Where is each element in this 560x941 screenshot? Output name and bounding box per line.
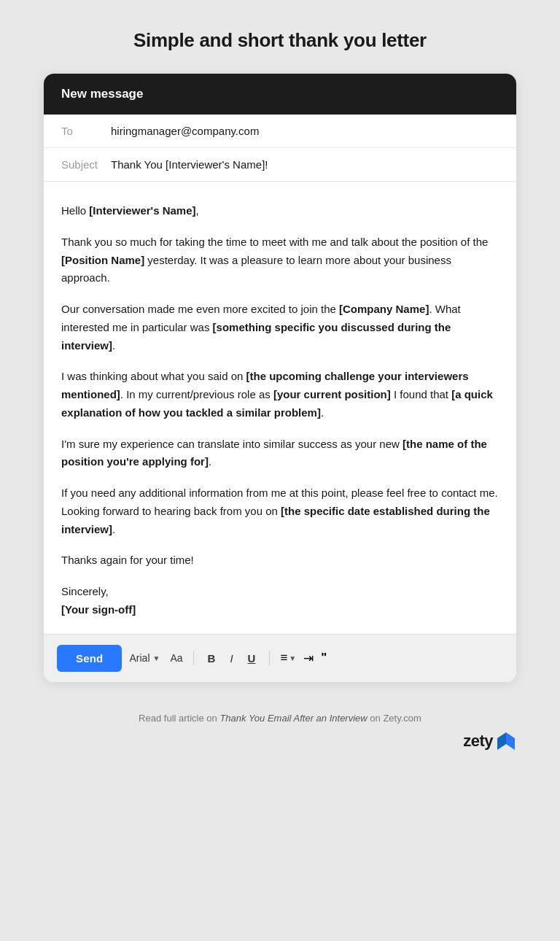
footer: Read full article on Thank You Email Aft… xyxy=(44,695,516,751)
to-field-row: To hiringmanager@company.com xyxy=(44,115,516,148)
send-button[interactable]: Send xyxy=(57,645,122,672)
font-size-selector[interactable]: Aa xyxy=(170,652,182,664)
brand-icon xyxy=(496,731,516,751)
align-dropdown-arrow: ▼ xyxy=(289,654,296,662)
email-body: Hello [Interviewer's Name], Thank you so… xyxy=(44,182,516,634)
paragraph-4: I'm sure my experience can translate int… xyxy=(61,435,499,472)
signoff-text: [Your sign-off] xyxy=(61,603,136,616)
para2-bold1: [Company Name] xyxy=(339,303,429,315)
footer-brand: zety xyxy=(44,731,516,751)
underline-button[interactable]: U xyxy=(244,650,260,667)
font-label: Arial xyxy=(129,652,149,664)
subject-value: Thank You [Interviewer's Name]! xyxy=(111,158,268,171)
subject-label: Subject xyxy=(61,158,111,171)
footer-link: Thank You Email After an Interview xyxy=(219,713,367,724)
para1-before: Thank you so much for taking the time to… xyxy=(61,236,488,248)
greeting-name: [Interviewer's Name] xyxy=(89,204,195,217)
font-selector[interactable]: Arial ▼ xyxy=(129,652,160,664)
para2-before: Our conversation made me even more excit… xyxy=(61,303,339,315)
bold-button[interactable]: B xyxy=(204,650,219,667)
para3-before: I was thinking about what you said on xyxy=(61,370,246,382)
page-title: Simple and short thank you letter xyxy=(133,29,427,52)
para3-end: . xyxy=(321,406,324,419)
email-header: New message xyxy=(44,74,516,115)
to-label: To xyxy=(61,125,111,137)
footer-after: on Zety.com xyxy=(368,713,421,724)
greeting-comma: , xyxy=(196,204,199,217)
align-left-group[interactable]: ≡ ▼ xyxy=(280,651,296,665)
email-card: New message To hiringmanager@company.com… xyxy=(44,74,516,682)
paragraph-1: Thank you so much for taking the time to… xyxy=(61,233,499,287)
toolbar-separator-2 xyxy=(269,651,270,665)
svg-marker-1 xyxy=(497,732,506,750)
align-icon: ≡ xyxy=(280,651,287,665)
greeting-paragraph: Hello [Interviewer's Name], xyxy=(61,202,499,220)
para1-bold1: [Position Name] xyxy=(61,254,144,266)
italic-button[interactable]: I xyxy=(226,650,236,667)
para2-end: . xyxy=(112,339,115,352)
para3-bold2: [your current position] xyxy=(273,388,391,400)
footer-text: Read full article on Thank You Email Aft… xyxy=(44,713,516,724)
sincerely-text: Sincerely, xyxy=(61,585,109,597)
para4-end: . xyxy=(209,455,211,468)
para4-before: I'm sure my experience can translate int… xyxy=(61,438,402,450)
closing-paragraph: Sincerely, [Your sign-off] xyxy=(61,583,499,619)
para3-middle: . In my current/previous role as xyxy=(120,388,273,400)
paragraph-2: Our conversation made me even more excit… xyxy=(61,301,499,355)
para5-end: . xyxy=(112,523,115,535)
greeting-text: Hello xyxy=(61,204,89,217)
email-fields: To hiringmanager@company.com Subject Tha… xyxy=(44,115,516,182)
to-value: hiringmanager@company.com xyxy=(111,125,259,137)
brand-name: zety xyxy=(463,732,493,751)
thanks-paragraph: Thanks again for your time! xyxy=(61,551,499,570)
email-header-title: New message xyxy=(61,87,143,101)
subject-field-row: Subject Thank You [Interviewer's Name]! xyxy=(44,148,516,181)
quote-icon[interactable]: " xyxy=(321,651,327,665)
svg-marker-0 xyxy=(506,732,515,750)
paragraph-5: If you need any additional information f… xyxy=(61,484,499,538)
email-toolbar: Send Arial ▼ Aa B I U ≡ ▼ ⇥ " xyxy=(44,634,516,682)
footer-before: Read full article on xyxy=(139,713,219,724)
para3-middle2: I found that xyxy=(391,388,451,400)
font-dropdown-arrow: ▼ xyxy=(153,654,160,662)
paragraph-3: I was thinking about what you said on [t… xyxy=(61,368,499,422)
toolbar-separator-1 xyxy=(193,651,194,665)
indent-icon[interactable]: ⇥ xyxy=(303,651,314,666)
